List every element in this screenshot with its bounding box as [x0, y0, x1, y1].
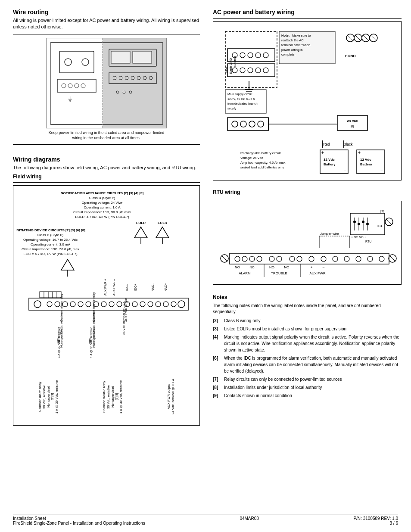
rtu-divider	[213, 198, 402, 198]
svg-point-69	[163, 302, 168, 307]
svg-line-112	[363, 35, 369, 41]
wiring-diagrams-title: Wiring diagrams	[13, 156, 200, 163]
svg-marker-44	[61, 259, 74, 270]
wire-routing-bottom-divider	[13, 144, 200, 145]
svg-text:1 A @ 30 Vdc, resistive: 1 A @ 30 Vdc, resistive	[90, 327, 93, 358]
svg-point-8	[68, 84, 72, 88]
field-wiring-svg: NOTIFICATION APPLIANCE CIRCUITS [2] [3] …	[16, 188, 197, 369]
svg-point-57	[70, 302, 75, 307]
svg-point-170	[353, 221, 356, 223]
svg-text:Black: Black	[344, 142, 353, 146]
ac-power-section: AC power and battery wiring Line Earth G…	[213, 9, 402, 180]
svg-point-194	[309, 256, 314, 261]
note-item-9: [9] Contacts shown in normal condition	[213, 392, 402, 399]
svg-text:ALARM: ALARM	[239, 271, 251, 275]
page-footer: Installation Sheet FireShield Single-Zon…	[13, 514, 398, 526]
svg-text:NO: NO	[269, 265, 274, 269]
footer-right: P/N: 3100589 REV: 1.0 3 / 6	[353, 516, 398, 526]
svg-point-119	[255, 53, 261, 58]
note-item-7: [7] Relay circuits can only be connected…	[213, 376, 402, 383]
rtu-wiring-section: RTU wiring [9]	[213, 189, 402, 285]
svg-text:⏚: ⏚	[68, 95, 72, 102]
svg-text:–: –	[380, 168, 383, 172]
svg-point-186	[235, 256, 240, 261]
svg-text:RTU: RTU	[365, 240, 371, 243]
svg-text:Jumper wire: Jumper wire	[320, 232, 339, 236]
svg-text:NC: NC	[284, 265, 289, 269]
note-num-6: [6]	[213, 355, 221, 374]
note-num-3: [3]	[213, 326, 221, 332]
svg-point-55	[55, 302, 60, 307]
svg-text:Circuit impedance: 13Ω, 50.0 μ: Circuit impedance: 13Ω, 50.0 μF, max	[22, 247, 79, 251]
svg-point-54	[47, 302, 52, 307]
svg-text:Operating voltage: 16.7 to 26.: Operating voltage: 16.7 to 26.4 Vdc	[23, 238, 78, 242]
svg-rect-6	[57, 79, 96, 92]
svg-text:Amp-hour capacity: 4.5 Ah max.: Amp-hour capacity: 4.5 Ah max.	[240, 161, 286, 165]
svg-text:Note:: Note:	[281, 34, 290, 37]
svg-text:12 Vdc: 12 Vdc	[324, 158, 335, 162]
wire-routing-body: All wiring is power-limited except for A…	[13, 17, 200, 31]
footer-product-name: FireShield Single-Zone Panel - Installat…	[13, 521, 145, 526]
svg-text:NAC–: NAC–	[151, 283, 154, 292]
note-text-4: Marking indicates output signal polarity…	[224, 334, 402, 353]
note-item-3: [3] Listed EOLRs must be installed as sh…	[213, 326, 402, 332]
svg-text:terminal cover when: terminal cover when	[281, 43, 310, 47]
svg-text:+: +	[311, 265, 313, 269]
svg-text:–: –	[344, 168, 346, 172]
svg-text:[9]: [9]	[380, 209, 384, 213]
svg-point-63	[117, 302, 122, 307]
svg-text:from dedicated branch: from dedicated branch	[227, 102, 258, 105]
svg-point-118	[248, 53, 253, 58]
ac-power-svg: Line Earth GND Neutral Line Earth GND Ne…	[217, 25, 398, 176]
svg-text:sealed lead acid batteries onl: sealed lead acid batteries only	[240, 165, 284, 169]
svg-point-66	[140, 302, 145, 307]
footer-left: Installation Sheet FireShield Single-Zon…	[13, 516, 145, 526]
svg-text:Battery: Battery	[360, 162, 372, 166]
svg-point-191	[277, 256, 282, 261]
rtu-svg: [9] TB1 + NC NO +	[217, 205, 398, 280]
right-column: AC power and battery wiring Line Earth G…	[213, 9, 402, 430]
svg-text:TROUBLE: TROUBLE	[271, 271, 287, 275]
footer-date: 04MAR03	[240, 516, 258, 526]
note-text-7: Relay circuits can only be connected to …	[224, 376, 342, 383]
svg-text:IN: IN	[351, 124, 354, 128]
svg-text:NC: NC	[249, 265, 255, 269]
svg-point-172	[362, 221, 364, 223]
svg-point-117	[240, 53, 245, 58]
svg-point-4	[65, 59, 72, 65]
svg-line-110	[347, 35, 353, 41]
svg-text:Make sure to: Make sure to	[292, 34, 311, 37]
svg-point-173	[366, 223, 369, 225]
field-label-aux-pwr: AUX PWR output24 Vdc, nominal @ 0.1 A	[167, 371, 175, 423]
svg-marker-34	[134, 227, 147, 238]
svg-text:Class B (Style B): Class B (Style B)	[37, 233, 64, 237]
svg-rect-185	[230, 253, 389, 264]
svg-point-68	[156, 302, 161, 307]
ac-power-diagram: Line Earth GND Neutral Line Earth GND Ne…	[213, 21, 402, 180]
rtu-wiring-title: RTU wiring	[213, 189, 402, 195]
svg-point-193	[297, 256, 302, 261]
wire-routing-title: Wire routing	[13, 9, 200, 16]
note-text-8: Installation limits under jurisdiction o…	[224, 384, 322, 391]
note-text-3: Listed EOLRs must be installed as shown …	[224, 326, 346, 332]
svg-point-10	[81, 84, 85, 88]
svg-point-62	[109, 302, 114, 307]
svg-rect-136	[227, 118, 268, 131]
note-item-2: [2] Class B wiring only	[213, 317, 402, 324]
note-num-8: [8]	[213, 384, 221, 391]
svg-point-122	[232, 68, 237, 73]
svg-text:Voltage: 24 Vdc: Voltage: 24 Vdc	[240, 156, 263, 160]
svg-text:12 Vdc: 12 Vdc	[360, 158, 371, 162]
svg-point-126	[263, 68, 268, 73]
svg-point-70	[171, 302, 176, 307]
note-text-2: Class B wiring only	[224, 317, 260, 324]
svg-point-188	[249, 256, 255, 261]
svg-point-196	[333, 256, 338, 261]
svg-text:EOLR: 4.7 kΩ, 1/2 W (P/N EOL4.: EOLR: 4.7 kΩ, 1/2 W (P/N EOL4.7)	[75, 215, 129, 219]
svg-text:+ NC  NO  +: + NC NO +	[351, 236, 366, 239]
svg-point-140	[258, 121, 264, 127]
note-text-6: When the IDC is programmed for alarm ver…	[224, 355, 402, 374]
svg-point-71	[178, 301, 185, 308]
svg-point-195	[321, 256, 326, 261]
svg-point-120	[263, 53, 268, 58]
